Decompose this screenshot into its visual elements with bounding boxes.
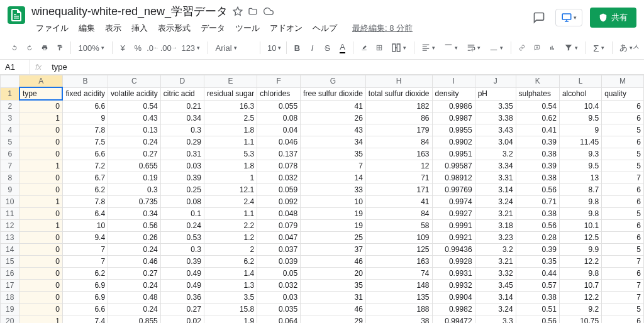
wrap-button[interactable]: ▾	[463, 41, 484, 55]
col-head-K[interactable]: K	[516, 75, 559, 88]
data-cell[interactable]: 6.2	[62, 268, 108, 280]
menu-help[interactable]: ヘルプ	[308, 20, 341, 36]
row-head-18[interactable]: 18	[1, 292, 19, 304]
data-cell[interactable]: 12	[365, 160, 432, 172]
data-cell[interactable]: 3.14	[475, 292, 516, 304]
data-cell[interactable]: 26	[301, 112, 366, 124]
formula-input[interactable]: type	[47, 60, 72, 74]
data-cell[interactable]: 0.092	[257, 196, 301, 208]
data-cell[interactable]: 0.39	[160, 172, 204, 184]
data-cell[interactable]: 0	[19, 304, 62, 315]
spreadsheet-grid[interactable]: ABCDEFGHIJKLM1typefixed acidityvolatile …	[0, 75, 644, 323]
data-cell[interactable]: 0.064	[257, 315, 301, 324]
sheets-logo[interactable]	[8, 6, 25, 24]
row-head-11[interactable]: 11	[1, 208, 19, 220]
data-cell[interactable]: 0.21	[160, 100, 204, 112]
data-cell[interactable]: 0.046	[257, 136, 301, 148]
data-cell[interactable]: 0.24	[160, 220, 204, 232]
data-cell[interactable]: 7	[62, 244, 108, 256]
data-cell[interactable]: 0.34	[108, 208, 161, 220]
data-cell[interactable]: 6.2	[204, 256, 257, 268]
data-cell[interactable]: 0	[19, 244, 62, 256]
data-cell[interactable]: 5.3	[204, 148, 257, 160]
data-cell[interactable]: 5	[602, 304, 644, 315]
data-cell[interactable]: 0.9921	[432, 232, 475, 244]
data-cell[interactable]: 0	[19, 280, 62, 292]
data-cell[interactable]: 0.49	[160, 280, 204, 292]
data-cell[interactable]: 6	[602, 220, 644, 232]
data-cell[interactable]: 0.98912	[432, 172, 475, 184]
data-cell[interactable]: 84	[365, 136, 432, 148]
data-cell[interactable]: 3.14	[475, 184, 516, 196]
data-cell[interactable]: 7.4	[62, 315, 108, 324]
header-cell[interactable]: fixed acidity	[62, 87, 108, 100]
row-head-8[interactable]: 8	[1, 172, 19, 184]
star-icon[interactable]	[233, 6, 243, 16]
data-cell[interactable]: 7.2	[62, 160, 108, 172]
data-cell[interactable]: 9.5	[559, 160, 601, 172]
data-cell[interactable]: 0.3	[160, 244, 204, 256]
data-cell[interactable]: 1	[19, 160, 62, 172]
data-cell[interactable]: 1.3	[204, 280, 257, 292]
data-cell[interactable]: 0.9955	[432, 124, 475, 136]
data-cell[interactable]: 5	[602, 160, 644, 172]
data-cell[interactable]: 2.5	[204, 112, 257, 124]
data-cell[interactable]: 0.032	[257, 172, 301, 184]
last-edit[interactable]: 最終編集: 8 分前	[348, 20, 417, 36]
data-cell[interactable]: 0.99436	[432, 244, 475, 256]
data-cell[interactable]: 1.1	[204, 208, 257, 220]
functions-button[interactable]: Σ▾	[589, 40, 608, 56]
data-cell[interactable]: 2.2	[204, 220, 257, 232]
data-cell[interactable]: 0.39	[516, 160, 559, 172]
data-cell[interactable]: 13	[559, 172, 601, 184]
data-cell[interactable]: 0.9982	[432, 304, 475, 315]
data-cell[interactable]: 16.3	[204, 100, 257, 112]
data-cell[interactable]: 1.8	[204, 124, 257, 136]
data-cell[interactable]: 0.08	[160, 196, 204, 208]
data-cell[interactable]: 0.059	[257, 184, 301, 196]
data-cell[interactable]: 3.24	[475, 196, 516, 208]
data-cell[interactable]: 84	[365, 208, 432, 220]
data-cell[interactable]: 7	[602, 292, 644, 304]
dec-increase-button[interactable]: .00→	[161, 40, 176, 56]
header-cell[interactable]: density	[432, 87, 475, 100]
data-cell[interactable]: 6	[602, 268, 644, 280]
data-cell[interactable]: 0.9902	[432, 136, 475, 148]
data-cell[interactable]: 163	[365, 148, 432, 160]
row-head-3[interactable]: 3	[1, 112, 19, 124]
data-cell[interactable]: 9	[559, 124, 601, 136]
data-cell[interactable]: 0.62	[516, 112, 559, 124]
row-head-20[interactable]: 20	[1, 315, 19, 324]
data-cell[interactable]: 0.56	[108, 220, 161, 232]
filter-button[interactable]: ▾	[560, 41, 582, 55]
data-cell[interactable]: 0.41	[516, 124, 559, 136]
data-cell[interactable]: 0.56	[516, 220, 559, 232]
col-head-C[interactable]: C	[108, 75, 161, 88]
col-head-E[interactable]: E	[204, 75, 257, 88]
data-cell[interactable]: 0.9991	[432, 220, 475, 232]
row-head-17[interactable]: 17	[1, 280, 19, 292]
data-cell[interactable]: 188	[365, 304, 432, 315]
data-cell[interactable]: 0.57	[516, 280, 559, 292]
data-cell[interactable]: 0.34	[160, 112, 204, 124]
data-cell[interactable]: 0.24	[108, 280, 161, 292]
data-cell[interactable]: 0.9932	[432, 280, 475, 292]
data-cell[interactable]: 0.9987	[432, 112, 475, 124]
share-button[interactable]: 共有	[590, 8, 636, 28]
row-head-14[interactable]: 14	[1, 244, 19, 256]
data-cell[interactable]: 7.5	[62, 136, 108, 148]
row-head-4[interactable]: 4	[1, 124, 19, 136]
data-cell[interactable]: 6.6	[62, 304, 108, 315]
col-head-F[interactable]: F	[257, 75, 301, 88]
data-cell[interactable]: 9.5	[559, 112, 601, 124]
data-cell[interactable]: 0.9927	[432, 208, 475, 220]
valign-button[interactable]: ▾	[440, 41, 462, 55]
data-cell[interactable]: 0	[19, 232, 62, 244]
data-cell[interactable]: 0.735	[108, 196, 161, 208]
data-cell[interactable]: 0.03	[257, 292, 301, 304]
data-cell[interactable]: 0.35	[516, 256, 559, 268]
data-cell[interactable]: 29	[301, 315, 366, 324]
data-cell[interactable]: 0.02	[160, 315, 204, 324]
data-cell[interactable]: 0.99769	[432, 184, 475, 196]
row-head-12[interactable]: 12	[1, 220, 19, 232]
